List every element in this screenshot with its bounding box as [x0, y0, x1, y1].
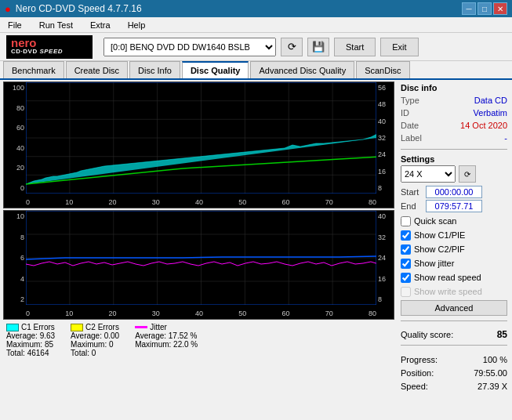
close-button[interactable]: ✕: [493, 2, 507, 15]
show-c1pie-checkbox[interactable]: [401, 230, 411, 241]
show-jitter-label: Show jitter: [414, 256, 454, 270]
minimize-button[interactable]: ─: [462, 2, 476, 15]
y-axis-left-upper: 100 80 60 40 20 0: [4, 82, 26, 194]
show-c2pif-checkbox[interactable]: [401, 244, 411, 255]
show-c1pie-row: Show C1/PIE: [401, 228, 507, 242]
progress-label: Progress:: [401, 353, 438, 367]
quality-score-row: Quality score: 85: [401, 329, 507, 340]
tab-disc-quality[interactable]: Disc Quality: [182, 61, 249, 78]
x-axis-upper: 0 10 20 30 40 50 60 70 80: [26, 198, 376, 206]
upper-chart: 100 80 60 40 20 0 56 48 40 32 24 16 8: [3, 81, 394, 208]
show-write-speed-row: Show write speed: [401, 284, 507, 299]
speed-label: Speed:: [401, 380, 428, 393]
y-axis-left-lower: 10 8 6 4 2: [4, 211, 26, 305]
progress-row: Progress: 100 %: [401, 353, 507, 367]
disc-id-value: Verbatim: [474, 107, 507, 119]
main-content: 100 80 60 40 20 0 56 48 40 32 24 16 8: [0, 80, 512, 420]
app-title: Nero CD-DVD Speed 4.7.7.16: [16, 3, 142, 14]
y-axis-right-lower: 40 32 24 16 8: [376, 211, 394, 305]
drive-selector[interactable]: [0:0] BENQ DVD DD DW1640 BSLB: [103, 38, 276, 56]
tab-benchmark[interactable]: Benchmark: [3, 61, 64, 78]
divider-1: [401, 149, 507, 150]
quality-score-value: 85: [497, 329, 507, 340]
settings-section: Settings 24 X ⟳ Start End Quick scan: [401, 154, 507, 316]
legend-c1: C1 Errors Average: 9.63 Maximum: 85 Tota…: [6, 323, 55, 357]
disc-info-section: Disc info Type Data CD ID Verbatim Date …: [401, 83, 507, 144]
quality-score-label: Quality score:: [401, 330, 453, 339]
toolbar: nero CD·DVD SPEED [0:0] BENQ DVD DD DW16…: [0, 33, 512, 61]
jitter-legend-title: Jitter: [150, 323, 167, 331]
disc-id-row: ID Verbatim: [401, 107, 507, 119]
quick-scan-row: Quick scan: [401, 214, 507, 228]
progress-section: Progress: 100 % Position: 79:55.00 Speed…: [401, 353, 507, 393]
start-time-row: Start: [401, 186, 507, 198]
show-c1pie-label: Show C1/PIE: [414, 228, 465, 242]
advanced-button[interactable]: Advanced: [401, 300, 507, 316]
position-value: 79:55.00: [474, 367, 507, 380]
divider-3: [401, 345, 507, 346]
menu-runtest[interactable]: Run Test: [34, 19, 78, 31]
speed-row: Speed: 27.39 X: [401, 380, 507, 393]
position-label: Position:: [401, 367, 434, 380]
menu-file[interactable]: File: [3, 19, 27, 31]
disc-info-title: Disc info: [401, 83, 507, 92]
show-read-speed-label: Show read speed: [414, 270, 481, 284]
disc-type-row: Type Data CD: [401, 94, 507, 107]
quick-scan-label: Quick scan: [414, 214, 456, 228]
speed-setting-row: 24 X ⟳: [401, 165, 507, 183]
tab-advanced-disc-quality[interactable]: Advanced Disc Quality: [250, 61, 354, 78]
settings-title: Settings: [401, 154, 507, 164]
disc-label-label: Label: [401, 132, 422, 144]
position-row: Position: 79:55.00: [401, 367, 507, 380]
menu-help[interactable]: Help: [123, 19, 151, 31]
app-icon: ●: [5, 3, 11, 15]
speed-selector[interactable]: 24 X: [401, 165, 456, 183]
quick-scan-checkbox[interactable]: [401, 216, 411, 226]
divider-2: [401, 320, 507, 321]
c1-legend-title: C1 Errors: [21, 323, 55, 331]
tab-disc-info[interactable]: Disc Info: [129, 61, 180, 78]
show-write-speed-checkbox: [401, 287, 411, 297]
start-button[interactable]: Start: [334, 38, 376, 56]
c1-max-value: 85: [45, 340, 53, 349]
legend: C1 Errors Average: 9.63 Maximum: 85 Tota…: [3, 320, 394, 360]
disc-label-value: -: [504, 132, 507, 144]
legend-c2: C2 Errors Average: 0.00 Maximum: 0 Total…: [71, 323, 119, 357]
c1-avg-label: Average:: [6, 331, 38, 340]
disc-date-label: Date: [401, 119, 419, 132]
show-write-speed-label: Show write speed: [414, 284, 482, 299]
c2-legend-title: C2 Errors: [85, 323, 119, 331]
save-button[interactable]: 💾: [307, 38, 329, 56]
maximize-button[interactable]: □: [478, 2, 492, 15]
c1-total-value: 46164: [27, 349, 49, 357]
show-c2pif-label: Show C2/PIF: [414, 242, 465, 256]
exit-button[interactable]: Exit: [380, 38, 418, 56]
window-controls: ─ □ ✕: [462, 2, 507, 15]
disc-type-value: Data CD: [474, 94, 507, 107]
y-axis-right-upper: 56 48 40 32 24 16 8: [376, 82, 394, 194]
lower-chart: 10 8 6 4 2 40 32 24 16 8: [3, 210, 394, 320]
show-jitter-checkbox[interactable]: [401, 259, 411, 269]
show-c2pif-row: Show C2/PIF: [401, 242, 507, 256]
show-read-speed-checkbox[interactable]: [401, 273, 411, 283]
settings-refresh-button[interactable]: ⟳: [459, 165, 476, 183]
start-time-input[interactable]: [426, 186, 482, 198]
x-axis-lower: 0 10 20 30 40 50 60 70 80: [26, 310, 376, 317]
right-panel: Disc info Type Data CD ID Verbatim Date …: [396, 80, 512, 420]
end-label: End: [401, 201, 423, 211]
c1-legend-box: [6, 324, 19, 331]
end-time-input[interactable]: [426, 200, 482, 212]
disc-label-row: Label -: [401, 132, 507, 144]
refresh-button[interactable]: ⟳: [281, 38, 303, 56]
legend-jitter: Jitter Average: 17.52 % Maximum: 22.0 %: [135, 323, 198, 357]
c1-total-label: Total:: [6, 349, 25, 357]
menu-bar: File Run Test Extra Help: [0, 17, 512, 33]
app-logo: nero CD·DVD SPEED: [6, 35, 93, 59]
c2-legend-box: [71, 324, 83, 331]
menu-extra[interactable]: Extra: [85, 19, 115, 31]
tab-bar: Benchmark Create Disc Disc Info Disc Qua…: [0, 61, 512, 80]
jitter-legend-line: [135, 326, 147, 328]
tab-scan-disc[interactable]: ScanDisc: [356, 61, 409, 78]
disc-type-label: Type: [401, 94, 419, 107]
tab-create-disc[interactable]: Create Disc: [66, 61, 128, 78]
